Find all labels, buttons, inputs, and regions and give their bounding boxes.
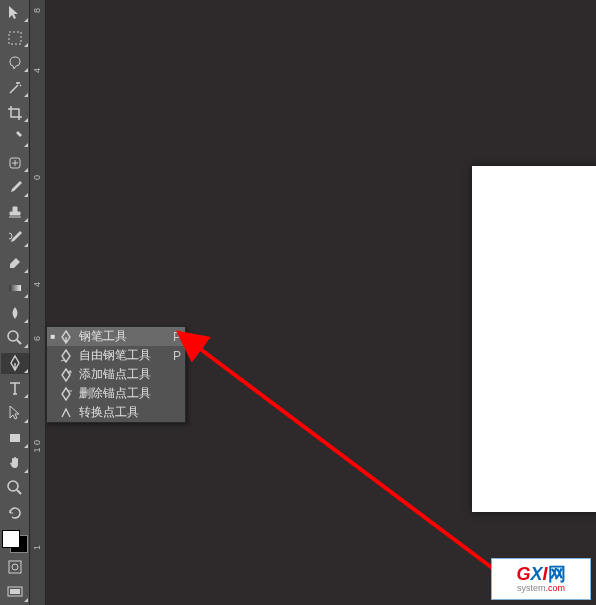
pen-tool-flyout: ■ 钢笔工具 P 自由钢笔工具 P 添加锚点工具 删除锚点工具 转换点工具 — [46, 326, 186, 423]
path-selection-tool[interactable] — [1, 403, 29, 424]
pen-icon — [57, 330, 75, 344]
pen-tool[interactable] — [1, 353, 29, 374]
gradient-tool[interactable] — [1, 278, 29, 299]
flyout-convert-point-tool[interactable]: 转换点工具 — [47, 403, 185, 422]
ruler-tick: 4 — [32, 282, 42, 287]
healing-brush-tool[interactable] — [1, 152, 29, 173]
history-brush-tool[interactable] — [1, 227, 29, 248]
ruler-tick: 8 — [32, 8, 42, 13]
active-marker-icon: ■ — [49, 332, 57, 341]
flyout-pen-tool[interactable]: ■ 钢笔工具 P — [47, 327, 185, 346]
brush-tool[interactable] — [1, 177, 29, 198]
vertical-ruler: 8 4 0 4 6 1 0 1 — [30, 0, 46, 605]
move-tool[interactable] — [1, 2, 29, 23]
flyout-item-label: 删除锚点工具 — [79, 385, 171, 402]
eyedropper-tool[interactable] — [1, 127, 29, 148]
ruler-tick: 6 — [32, 336, 42, 341]
ruler-tick: 1 0 — [32, 440, 42, 453]
svg-rect-2 — [9, 285, 21, 291]
ruler-tick: 1 — [32, 545, 42, 550]
svg-rect-9 — [10, 589, 20, 594]
eraser-tool[interactable] — [1, 252, 29, 273]
magic-wand-tool[interactable] — [1, 77, 29, 98]
quick-mask-tool[interactable] — [1, 557, 29, 578]
flyout-freeform-pen-tool[interactable]: 自由钢笔工具 P — [47, 346, 185, 365]
type-tool[interactable] — [1, 378, 29, 399]
document-canvas[interactable] — [472, 166, 596, 512]
svg-point-5 — [8, 481, 18, 491]
crop-tool[interactable] — [1, 102, 29, 123]
rotate-view-tool[interactable] — [1, 503, 29, 524]
canvas-area[interactable] — [46, 0, 596, 605]
ruler-tick: 0 — [32, 175, 42, 180]
tool-panel — [0, 0, 30, 605]
screen-mode-tool[interactable] — [1, 582, 29, 603]
freeform-pen-icon — [57, 349, 75, 363]
flyout-item-label: 自由钢笔工具 — [79, 347, 171, 364]
color-swatch[interactable] — [2, 530, 28, 553]
svg-rect-6 — [9, 561, 21, 573]
stamp-tool[interactable] — [1, 202, 29, 223]
blur-tool[interactable] — [1, 303, 29, 324]
foreground-color[interactable] — [2, 530, 20, 548]
rectangle-tool[interactable] — [1, 428, 29, 449]
flyout-item-label: 转换点工具 — [79, 404, 171, 421]
zoom-tool[interactable] — [1, 478, 29, 499]
watermark-logo: GXI网 system.com — [491, 558, 591, 600]
hand-tool[interactable] — [1, 453, 29, 474]
lasso-tool[interactable] — [1, 52, 29, 73]
flyout-item-label: 添加锚点工具 — [79, 366, 171, 383]
svg-rect-0 — [9, 32, 21, 44]
pen-plus-icon — [57, 368, 75, 382]
flyout-delete-anchor-tool[interactable]: 删除锚点工具 — [47, 384, 185, 403]
ruler-tick: 4 — [32, 68, 42, 73]
logo-subtext: system.com — [517, 583, 565, 593]
flyout-add-anchor-tool[interactable]: 添加锚点工具 — [47, 365, 185, 384]
marquee-tool[interactable] — [1, 27, 29, 48]
convert-point-icon — [57, 406, 75, 420]
pen-minus-icon — [57, 387, 75, 401]
svg-rect-4 — [10, 434, 20, 442]
logo-text: GXI网 — [516, 565, 565, 583]
svg-point-3 — [8, 331, 18, 341]
flyout-shortcut: P — [171, 349, 181, 363]
svg-point-7 — [12, 564, 18, 570]
flyout-item-label: 钢笔工具 — [79, 328, 171, 345]
flyout-shortcut: P — [171, 330, 181, 344]
dodge-tool[interactable] — [1, 328, 29, 349]
